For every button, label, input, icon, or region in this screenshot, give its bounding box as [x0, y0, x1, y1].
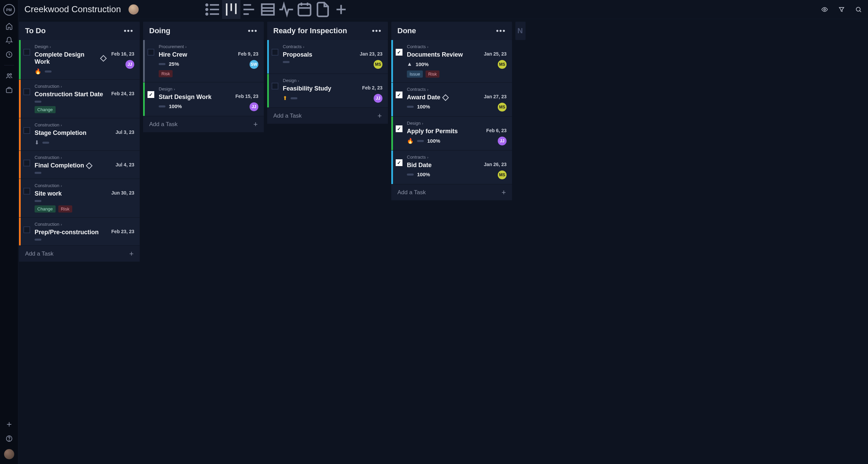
assignee-avatar[interactable]: MS — [498, 60, 507, 69]
column-menu-icon[interactable]: ••• — [248, 26, 258, 35]
task-breadcrumb[interactable]: Design › — [407, 121, 507, 126]
app-logo[interactable]: PM — [3, 4, 15, 16]
task-breadcrumb[interactable]: Contracts › — [407, 155, 507, 160]
task-checkbox[interactable] — [272, 49, 278, 56]
notifications-icon[interactable] — [5, 37, 13, 44]
assignee-avatar[interactable]: JJ — [250, 102, 258, 111]
task-breadcrumb[interactable]: Construction › — [35, 222, 134, 227]
task-checkbox[interactable] — [23, 226, 30, 233]
view-gantt-icon[interactable] — [240, 0, 259, 19]
project-title[interactable]: Creekwood Construction — [24, 4, 121, 15]
assignee-avatar[interactable]: JJ — [125, 60, 134, 69]
task-card[interactable]: Contracts › Award Date 100% Jan 27, 23 — [391, 82, 512, 116]
task-checkbox[interactable] — [23, 160, 30, 166]
task-card[interactable]: Procurement › Hire Crew 25% Risk Feb 9, — [143, 40, 264, 82]
task-tags: Change — [35, 106, 106, 113]
view-table-icon[interactable] — [259, 0, 277, 19]
column-menu-icon[interactable]: ••• — [496, 26, 506, 35]
help-icon[interactable] — [5, 435, 13, 442]
task-checkbox[interactable] — [147, 91, 154, 98]
task-card[interactable]: Construction › Site work ChangeRisk Jun … — [19, 179, 140, 217]
task-card[interactable]: Design › Complete Design Work 🔥 Feb 16, … — [19, 40, 140, 79]
view-board-icon[interactable] — [222, 0, 240, 19]
column-header[interactable]: Doing ••• — [143, 22, 264, 40]
task-breadcrumb[interactable]: Construction › — [35, 84, 134, 89]
assignee-avatar[interactable]: MS — [374, 60, 382, 69]
task-card[interactable]: Construction › Final Completion Jul 4, 2… — [19, 150, 140, 179]
task-category: Contracts — [407, 87, 426, 92]
recent-icon[interactable] — [5, 51, 13, 58]
add-task-button[interactable]: Add a Task + — [19, 245, 140, 262]
project-avatar[interactable] — [129, 4, 139, 15]
task-breadcrumb[interactable]: Design › — [35, 44, 134, 49]
task-right: Feb 24, 23 — [106, 91, 134, 96]
task-checkbox[interactable] — [396, 49, 402, 56]
card-accent — [19, 218, 21, 245]
projects-icon[interactable] — [5, 86, 13, 94]
visibility-icon[interactable] — [821, 6, 828, 13]
team-icon[interactable] — [5, 72, 13, 80]
task-card[interactable]: Construction › Prep/Pre-construction Feb… — [19, 217, 140, 245]
assignee-avatar[interactable]: JJ — [498, 137, 507, 145]
add-task-label: Add a Task — [273, 113, 302, 119]
task-breadcrumb[interactable]: Construction › — [35, 122, 134, 127]
task-checkbox[interactable] — [272, 83, 278, 89]
task-card[interactable]: Contracts › Bid Date 100% Jan 26, 23 — [391, 150, 512, 184]
task-meta: 25% — [159, 61, 230, 67]
card-accent — [391, 40, 393, 82]
task-checkbox[interactable] — [23, 88, 30, 95]
task-breadcrumb[interactable]: Construction › — [35, 183, 134, 188]
due-date: Jan 26, 23 — [484, 162, 507, 167]
task-card[interactable]: Construction › Stage Completion ⬇ Jul 3,… — [19, 118, 140, 150]
task-checkbox[interactable] — [396, 92, 402, 98]
column-header[interactable]: To Do ••• — [19, 22, 140, 40]
task-category: Design — [283, 78, 296, 83]
task-checkbox[interactable] — [396, 125, 402, 132]
task-checkbox[interactable] — [23, 127, 30, 134]
task-breadcrumb[interactable]: Design › — [159, 86, 258, 92]
task-card[interactable]: Contracts › Proposals Jan 23, 23 MS — [267, 40, 388, 74]
add-task-button[interactable]: Add a Task + — [391, 184, 512, 200]
task-breadcrumb[interactable]: Contracts › — [407, 87, 507, 92]
task-card[interactable]: Construction › Construction Start Date C… — [19, 79, 140, 118]
view-list-icon[interactable] — [204, 0, 222, 19]
column-header[interactable]: Done ••• — [391, 22, 512, 40]
assignee-avatar[interactable]: MS — [498, 170, 507, 179]
view-activity-icon[interactable] — [277, 0, 295, 19]
progress-percent: 100% — [416, 61, 429, 67]
task-breadcrumb[interactable]: Contracts › — [283, 44, 382, 49]
chevron-right-icon: › — [427, 45, 429, 49]
task-breadcrumb[interactable]: Procurement › — [159, 44, 258, 49]
task-checkbox[interactable] — [23, 49, 30, 56]
user-avatar[interactable] — [4, 449, 14, 459]
task-row: Construction Start Date Change Feb 24, 2… — [35, 91, 134, 113]
view-add-icon[interactable] — [332, 0, 350, 19]
task-breadcrumb[interactable]: Design › — [283, 78, 382, 83]
add-task-button[interactable]: Add a Task + — [267, 107, 388, 124]
filter-icon[interactable] — [838, 6, 845, 13]
task-checkbox[interactable] — [23, 188, 30, 195]
view-file-icon[interactable] — [314, 0, 332, 19]
column-menu-icon[interactable]: ••• — [372, 26, 382, 35]
task-checkbox[interactable] — [147, 49, 154, 56]
kanban-board[interactable]: To Do ••• Design › Complete Design Work … — [18, 19, 868, 464]
task-card[interactable]: Design › Start Design Work 100% Feb 15, — [143, 82, 264, 116]
assignee-avatar[interactable]: MS — [498, 103, 507, 112]
add-icon[interactable] — [5, 421, 13, 428]
task-breadcrumb[interactable]: Contracts › — [407, 44, 507, 49]
column-menu-icon[interactable]: ••• — [124, 26, 134, 35]
column-header[interactable]: Ready for Inspection ••• — [267, 22, 388, 40]
view-calendar-icon[interactable] — [295, 0, 314, 19]
assignee-avatar[interactable]: SW — [250, 60, 258, 69]
task-card[interactable]: Design › Feasibility Study ⬆ Feb 2, 23 — [267, 74, 388, 107]
task-breadcrumb[interactable]: Construction › — [35, 155, 134, 160]
assignee-avatar[interactable]: JJ — [374, 94, 382, 103]
search-icon[interactable] — [855, 6, 862, 13]
task-checkbox[interactable] — [396, 159, 402, 166]
home-icon[interactable] — [5, 22, 13, 30]
progress-bar-icon — [42, 142, 49, 144]
column-header[interactable]: N — [515, 22, 526, 40]
add-task-button[interactable]: Add a Task + — [143, 116, 264, 132]
task-card[interactable]: Contracts › Documents Review ▲ 100% Issu… — [391, 40, 512, 82]
task-card[interactable]: Design › Apply for Permits 🔥 100% Feb 6 — [391, 116, 512, 150]
